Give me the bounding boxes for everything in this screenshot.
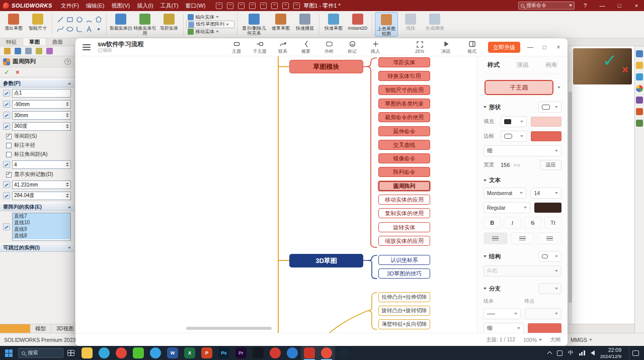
point-tool-icon[interactable] bbox=[94, 25, 103, 34]
linear-sketch-pattern-button[interactable]: 线性草图阵列 bbox=[186, 21, 234, 28]
line-style-select[interactable] bbox=[484, 308, 521, 319]
chevron-down-icon[interactable] bbox=[557, 86, 560, 88]
zen-mode-button[interactable]: ZEN bbox=[410, 40, 430, 55]
mindmap-topic[interactable]: 延伸命令 bbox=[378, 126, 430, 136]
file-explorer-icon[interactable] bbox=[636, 73, 643, 80]
pm-help-icon[interactable]: ? bbox=[64, 58, 71, 65]
exit-sketch-button[interactable]: 退出草图 bbox=[2, 12, 25, 37]
arc-angle-input[interactable]: 284.04度 bbox=[12, 192, 71, 200]
mindmap-topic[interactable]: 复制实体的使用 bbox=[378, 208, 430, 218]
tab-scroll-highlight[interactable] bbox=[0, 324, 30, 333]
boundary-button[interactable]: 外框 bbox=[319, 39, 339, 56]
presentation-button[interactable]: 演说 bbox=[436, 39, 456, 56]
segment-button[interactable]: 线段 bbox=[399, 12, 422, 37]
tab-features[interactable]: 特征 bbox=[0, 38, 23, 46]
ime-indicator[interactable]: 中 bbox=[568, 349, 574, 356]
design-library-icon[interactable] bbox=[636, 62, 643, 69]
bold-button[interactable]: B bbox=[484, 217, 501, 229]
tab-style[interactable]: 样式 bbox=[488, 61, 500, 69]
shape-select[interactable] bbox=[538, 102, 561, 113]
menu-edit[interactable]: 编辑(E) bbox=[83, 0, 108, 11]
move-entities-button[interactable]: 移动实体 bbox=[186, 28, 234, 35]
total-angle-input[interactable]: 360度 bbox=[12, 122, 71, 131]
mindmap-topic[interactable]: 阵列命令 bbox=[378, 167, 430, 177]
parameters-section-header[interactable]: 参数(P) bbox=[0, 79, 74, 87]
menu-file[interactable]: 文件(F) bbox=[57, 0, 83, 11]
convert-entities-button[interactable]: 转换实体引用 bbox=[133, 12, 156, 37]
window-maximize-button[interactable]: □ bbox=[540, 44, 548, 51]
spinner[interactable] bbox=[66, 162, 69, 166]
start-button[interactable] bbox=[0, 346, 17, 360]
taskbar-app-steam[interactable] bbox=[335, 346, 352, 360]
tab-map[interactable]: 画布 bbox=[545, 61, 557, 69]
align-left-button[interactable] bbox=[484, 232, 508, 244]
hamburger-menu-icon[interactable] bbox=[83, 44, 91, 50]
taskbar-app-photoshop[interactable]: Ps bbox=[215, 346, 232, 360]
configuration-manager-tab-icon[interactable] bbox=[25, 48, 32, 54]
distance-input[interactable]: 30mm bbox=[12, 111, 71, 120]
save-icon[interactable] bbox=[238, 3, 245, 9]
command-search-input[interactable]: 搜索命令 bbox=[518, 2, 575, 10]
taskbar-app-word[interactable]: W bbox=[164, 346, 181, 360]
mindmap-topic-selected[interactable]: 圆周阵列 bbox=[378, 181, 430, 191]
instance-count-input[interactable]: 4 bbox=[12, 160, 71, 169]
maximize-button[interactable]: □ bbox=[613, 0, 626, 11]
pm-cancel-button[interactable]: × bbox=[16, 68, 20, 76]
mindmap-topic[interactable]: 交叉曲线 bbox=[378, 140, 430, 150]
appearances-icon[interactable] bbox=[636, 85, 643, 92]
direction-select[interactable]: 向右 bbox=[484, 265, 561, 277]
marker-button[interactable]: 标记 bbox=[342, 39, 362, 56]
branch-section-header[interactable]: 分支 bbox=[484, 283, 561, 294]
pm-ok-button[interactable]: ✓ bbox=[4, 68, 10, 76]
mindmap-topic[interactable]: 拉伸凸台+拉伸切除 bbox=[378, 292, 430, 302]
spinner[interactable] bbox=[66, 194, 69, 198]
mirror-entities-button[interactable]: 镜向实体 bbox=[186, 14, 234, 21]
text-case-button[interactable]: Tt bbox=[544, 217, 561, 229]
pattern-entities-list[interactable]: 直线7 直线10 直线9 直线8 bbox=[12, 213, 71, 241]
taskbar-app-edge[interactable] bbox=[96, 346, 113, 360]
taskbar-app-premiere[interactable]: Pr bbox=[232, 346, 250, 360]
confirmation-accept-icon[interactable]: ✓ bbox=[603, 50, 617, 70]
topic-style-preview[interactable]: 子主题 bbox=[485, 80, 553, 95]
menu-tools[interactable]: 工具(T) bbox=[157, 0, 182, 11]
font-size-select[interactable]: 14 bbox=[530, 188, 561, 199]
fill-style-select[interactable] bbox=[501, 116, 527, 127]
spinner[interactable] bbox=[66, 124, 69, 128]
mindmap-topic[interactable]: 旋转实体 bbox=[378, 222, 430, 232]
list-item[interactable]: 直线10 bbox=[13, 220, 70, 226]
summary-button[interactable]: 概要 bbox=[296, 39, 316, 56]
dimxpert-tab-icon[interactable] bbox=[36, 48, 42, 54]
taskbar-app-qq[interactable] bbox=[147, 346, 164, 360]
branch-color-swatch[interactable] bbox=[528, 323, 562, 333]
taskbar-app-file-explorer[interactable] bbox=[78, 346, 96, 360]
view-palette-icon[interactable] bbox=[636, 97, 643, 104]
undo-icon[interactable] bbox=[260, 3, 267, 9]
taskbar-app-powerpoint[interactable]: P bbox=[198, 346, 215, 360]
branch-width-select[interactable]: 细 bbox=[484, 323, 524, 333]
scrollbar-thumb[interactable] bbox=[569, 92, 572, 303]
fit-width-button[interactable]: 适应 bbox=[540, 160, 561, 170]
border-width-select[interactable]: 细 bbox=[484, 145, 561, 156]
list-item[interactable]: 直线7 bbox=[13, 213, 70, 220]
polygon-tool-icon[interactable] bbox=[94, 16, 103, 24]
ellipse-tool-icon[interactable] bbox=[65, 25, 74, 34]
border-color-swatch[interactable] bbox=[531, 131, 561, 141]
mindmap-topic[interactable]: 3D草图的技巧 bbox=[378, 268, 430, 279]
format-panel-button[interactable]: 格式 bbox=[462, 39, 482, 56]
mindmap-topic-sketch-module[interactable]: 草图模块 bbox=[289, 60, 363, 73]
italic-button[interactable]: I bbox=[504, 217, 521, 229]
taskbar-app-browser[interactable] bbox=[284, 346, 301, 360]
mindmap-topic[interactable]: 草图的各类约束 bbox=[378, 99, 430, 109]
taskbar-app-chrome[interactable] bbox=[113, 346, 130, 360]
strikethrough-button[interactable]: S bbox=[524, 217, 541, 229]
insert-button[interactable]: 插入 bbox=[365, 39, 385, 56]
line-tool-icon[interactable] bbox=[56, 16, 64, 24]
shaded-sketch-contours-button[interactable]: 上色草图轮廓 bbox=[375, 12, 398, 37]
menu-window[interactable]: 窗口(W) bbox=[182, 0, 209, 11]
mindmap-topic[interactable]: 薄壁特征+反向切除 bbox=[378, 319, 430, 329]
mindmap-topic[interactable]: 裁剪命令的使用 bbox=[378, 112, 430, 122]
tab-sketch[interactable]: 草图 bbox=[23, 38, 46, 46]
smart-dimension-button[interactable]: 智能尺寸 bbox=[26, 12, 49, 37]
text-tool-icon[interactable] bbox=[85, 25, 93, 34]
font-weight-select[interactable]: Regular bbox=[484, 202, 530, 213]
